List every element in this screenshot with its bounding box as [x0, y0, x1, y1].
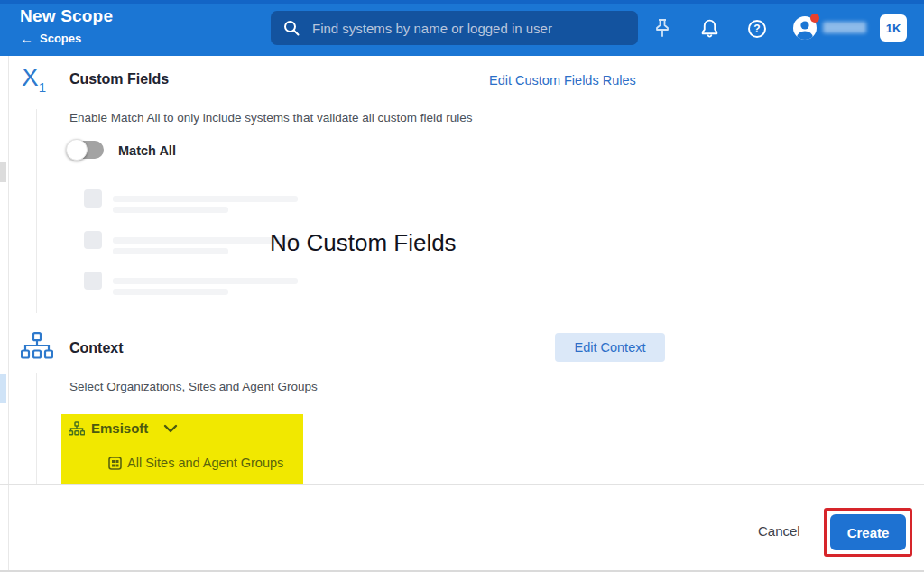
match-all-label: Match All [118, 143, 176, 158]
skeleton-row [84, 189, 391, 213]
back-label: Scopes [40, 32, 81, 45]
skeleton-bar [113, 248, 228, 254]
system-search-box [271, 11, 638, 45]
user-avatar-button[interactable] [792, 15, 818, 41]
search-input[interactable] [271, 11, 638, 45]
app-logo-button[interactable]: 1K [880, 14, 907, 42]
create-button[interactable]: Create [830, 514, 906, 550]
left-edge-highlight [0, 374, 6, 403]
left-panel-border [8, 56, 9, 572]
pin-button[interactable] [650, 15, 675, 41]
custom-fields-heading: Custom Fields [69, 71, 169, 88]
pin-icon [651, 17, 673, 39]
chevron-down-icon[interactable] [163, 423, 178, 434]
skeleton-checkbox [84, 189, 102, 208]
sites-grid-icon [108, 457, 122, 470]
skeleton-checkbox [84, 231, 102, 249]
skeleton-bar [113, 278, 298, 284]
svg-text:?: ? [753, 23, 760, 35]
custom-fields-description: Enable Match All to only include systems… [69, 111, 472, 125]
context-selection-highlight: Emsisoft All Sites and Agent Groups [61, 414, 303, 484]
section-guide-line [36, 109, 37, 313]
custom-fields-icon: X1 [22, 63, 46, 95]
skeleton-checkbox [84, 272, 102, 290]
org-mini-icon [69, 421, 85, 436]
organization-name: Emsisoft [91, 420, 148, 436]
header-bar: New Scope ← Scopes [0, 0, 924, 56]
toggle-knob [66, 139, 88, 161]
sites-groups-label: All Sites and Agent Groups [127, 456, 283, 470]
left-scrollbar-thumb[interactable] [0, 162, 6, 182]
page-title: New Scope [20, 6, 113, 26]
section-guide-line [36, 373, 37, 484]
app-logo-text: 1K [886, 22, 901, 35]
context-description: Select Organizations, Sites and Agent Gr… [69, 380, 318, 393]
footer-divider [0, 484, 924, 485]
context-heading: Context [69, 340, 124, 356]
edit-custom-fields-rules-link[interactable]: Edit Custom Fields Rules [489, 73, 636, 88]
header-top-strip [0, 0, 924, 4]
red-annotation-box: Create [824, 508, 912, 557]
back-to-scopes-link[interactable]: ← Scopes [20, 32, 81, 45]
new-scope-page: New Scope ← Scopes [0, 0, 924, 572]
match-all-toggle[interactable] [68, 141, 104, 159]
back-arrow-icon: ← [20, 32, 33, 45]
organization-row[interactable]: Emsisoft [69, 420, 178, 436]
skeleton-row [84, 272, 391, 295]
org-hierarchy-icon [21, 332, 53, 359]
no-custom-fields-text: No Custom Fields [270, 229, 457, 257]
help-button[interactable]: ? [744, 16, 770, 42]
skeleton-bar [113, 207, 228, 213]
skeleton-bar [113, 196, 298, 202]
sites-groups-row[interactable]: All Sites and Agent Groups [108, 456, 283, 470]
notifications-button[interactable] [697, 15, 722, 41]
cancel-button[interactable]: Cancel [758, 523, 800, 539]
notification-dot [810, 14, 819, 23]
skeleton-bar [113, 289, 228, 295]
edit-context-button[interactable]: Edit Context [555, 333, 665, 362]
help-icon: ? [746, 18, 768, 40]
bell-icon [698, 17, 721, 40]
redacted-username [823, 22, 866, 33]
